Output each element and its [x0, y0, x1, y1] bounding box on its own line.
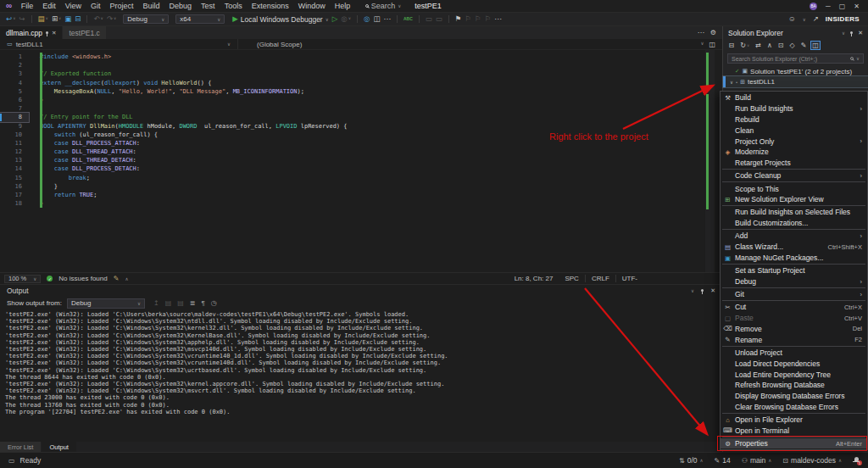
menu-test[interactable]: Test	[197, 2, 220, 10]
nav-forward-icon[interactable]: ↪	[19, 15, 25, 23]
context-menu-item-add[interactable]: Add›	[721, 231, 867, 242]
edit-filter-icon[interactable]: ✎	[799, 42, 808, 49]
start-without-debugging-icon[interactable]: ▷	[332, 15, 338, 23]
save-all-icon[interactable]: ⊟	[75, 15, 81, 23]
health-check-icon[interactable]: ✓	[47, 276, 53, 281]
branch-indicator[interactable]: ⚇ main ∧	[742, 456, 772, 465]
project-node-testdll1[interactable]: ∨ • ⊞ testDLL1	[723, 76, 868, 87]
goto-message-icon[interactable]: ▤	[165, 299, 172, 307]
code-line[interactable]: 15 break;	[0, 174, 722, 182]
menu-debug[interactable]: Debug	[164, 2, 197, 10]
breadcrumb-project-dropdown[interactable]: ▭ testDLL1 ∨	[0, 39, 237, 49]
sync-with-active-document-icon[interactable]: ⇄	[754, 42, 763, 49]
context-menu-item-build[interactable]: ⚒Build	[721, 92, 867, 103]
code-line[interactable]: 8// Entry point for the DLL	[0, 113, 722, 121]
chevron-down-icon[interactable]: ∨	[691, 288, 694, 293]
menu-project[interactable]: Project	[105, 2, 138, 10]
switch-views-icon[interactable]: ⊟	[727, 42, 736, 49]
panel-tab-error-list[interactable]: Error List	[0, 442, 41, 452]
context-menu-item-remove[interactable]: ⌫RemoveDel	[721, 324, 867, 335]
configuration-dropdown[interactable]: Debug ∨	[123, 14, 169, 24]
repo-indicator[interactable]: ⊡ maldev-codes ∧	[782, 456, 842, 465]
caret-position[interactable]: Ln: 8, Ch: 27	[509, 275, 559, 282]
context-menu-item-class-wizard[interactable]: ▤Class Wizard...Ctrl+Shift+X	[721, 242, 867, 253]
context-menu-item-open-in-file-explorer[interactable]: ⌂Open in File Explorer	[721, 415, 867, 426]
code-cleanup-icon[interactable]: ✎	[114, 275, 120, 282]
pin-icon[interactable]	[850, 31, 853, 34]
encoding-utf-[interactable]: UTF-	[615, 275, 643, 282]
output-log[interactable]: 'testPE2.exe' (Win32): Loaded 'C:\Users\…	[0, 310, 722, 442]
context-menu-item-project-only[interactable]: Project Only›	[721, 136, 867, 147]
code-line[interactable]: 2	[0, 61, 722, 70]
code-line[interactable]: 4extern __declspec(dllexport) void Hello…	[0, 79, 722, 87]
spell-check-icon[interactable]: ABC	[403, 17, 413, 21]
context-menu-item-manage-nuget-packages[interactable]: ▣Manage NuGet Packages...	[721, 253, 867, 264]
context-menu-item-run-build-insights[interactable]: Run Build Insights›	[721, 103, 867, 114]
save-icon[interactable]: ▣	[64, 15, 71, 23]
comment-icon[interactable]: ▭	[426, 15, 432, 23]
code-line[interactable]: 17 return TRUE;	[0, 191, 722, 199]
show-all-files-icon[interactable]: ⊡	[776, 42, 785, 49]
chevron-down-icon[interactable]: ∨	[842, 31, 845, 36]
context-menu-item-code-cleanup[interactable]: Code Cleanup›	[721, 170, 867, 181]
code-line[interactable]: 9BOOL APIENTRY DllMain(HMODULE hModule, …	[0, 122, 722, 131]
menu-tools[interactable]: Tools	[220, 2, 247, 10]
context-menu-item-modernize[interactable]: ◈Modernize	[721, 147, 867, 158]
bookmark-next-icon[interactable]: ⚐	[475, 15, 481, 23]
share-icon[interactable]: ↗	[813, 15, 819, 23]
panel-tab-output[interactable]: Output	[42, 442, 76, 452]
menu-view[interactable]: View	[60, 2, 86, 10]
context-menu-item-debug[interactable]: Debug›	[721, 276, 867, 287]
context-menu-item-rebuild[interactable]: Rebuild	[721, 114, 867, 125]
bookmark-icon[interactable]: ⚑	[455, 15, 462, 23]
pending-changes-filter-icon[interactable]: ↻∨	[739, 42, 751, 49]
code-line[interactable]: 1#include <windows.h>	[0, 53, 722, 61]
code-line[interactable]: 13 case DLL_THREAD_DETACH:	[0, 156, 722, 164]
pending-changes-indicator[interactable]: ✎ 14	[715, 456, 731, 465]
line-changes-indicator[interactable]: ⇅ 0/0 ∧	[679, 456, 704, 465]
context-menu-item-clear-browsing-database-errors[interactable]: Clear Browsing Database Errors	[721, 402, 867, 413]
pin-tab-icon[interactable]	[46, 31, 48, 34]
avatar[interactable]: BA	[810, 3, 817, 10]
search-box[interactable]: Search ∨	[365, 2, 402, 10]
attach-icon[interactable]: ◎∨	[341, 15, 351, 23]
encoding-spc[interactable]: SPC	[559, 275, 584, 282]
zoom-dropdown[interactable]: 100 % ∨	[4, 275, 41, 283]
context-menu-item-clean[interactable]: Clean	[721, 125, 867, 136]
context-menu-item-display-browsing-database-errors[interactable]: Display Browsing Database Errors	[721, 391, 867, 402]
uncomment-icon[interactable]: ▭	[436, 15, 442, 23]
context-menu-item-new-solution-explorer-view[interactable]: ⊞New Solution Explorer View	[721, 194, 867, 205]
code-line[interactable]: 5 MessageBoxA(NULL, "Hello, World!", "DL…	[0, 87, 722, 96]
context-menu-item-unload-project[interactable]: Unload Project	[721, 348, 867, 359]
code-line[interactable]: 3// Exported function	[0, 70, 722, 78]
more-tabs-icon[interactable]: ⋯	[698, 29, 704, 36]
context-menu-item-set-as-startup-project[interactable]: Set as Startup Project	[721, 265, 867, 276]
more-commands-icon[interactable]: ⋯	[383, 15, 391, 23]
menu-git[interactable]: Git	[86, 2, 106, 10]
code-line[interactable]: 6}	[0, 96, 722, 104]
menu-file[interactable]: File	[16, 2, 38, 10]
redo-icon[interactable]: ↷∨	[107, 15, 116, 23]
code-line[interactable]: 18}	[0, 199, 722, 208]
context-menu-item-run-build-insights-on-selected-files[interactable]: Run Build Insights on Selected Files	[721, 207, 867, 218]
context-menu-item-refresh-browsing-database[interactable]: Refresh Browsing Database	[721, 380, 867, 391]
menu-help[interactable]: Help	[330, 2, 355, 10]
editor-tab[interactable]: dllmain.cpp✕	[0, 26, 62, 39]
menu-window[interactable]: Window	[293, 2, 330, 10]
next-message-icon[interactable]: ▤	[177, 299, 184, 307]
context-menu-item-load-direct-dependencies[interactable]: Load Direct Dependencies	[721, 358, 867, 369]
preview-selected-items-icon[interactable]: ◫	[811, 42, 821, 49]
close-icon[interactable]: ✕	[710, 287, 715, 294]
undo-icon[interactable]: ↶∨	[93, 15, 103, 23]
notifications-bell-icon[interactable]: 1	[853, 457, 860, 464]
context-menu-item-scope-to-this[interactable]: Scope to This	[721, 183, 867, 194]
window-layout-icon[interactable]: ◫	[373, 15, 380, 23]
find-in-files-icon[interactable]: ◎	[364, 15, 370, 23]
nav-back-icon[interactable]: ↩∨	[6, 15, 15, 23]
solution-node[interactable]: ✓ ▣ Solution 'testPE1' (2 of 2 projects)	[723, 66, 868, 76]
code-line[interactable]: 12 case DLL_THREAD_ATTACH:	[0, 148, 722, 156]
feedback-icon[interactable]: ☺	[788, 15, 796, 23]
code-line[interactable]: 16 }	[0, 182, 722, 191]
menu-edit[interactable]: Edit	[38, 2, 61, 10]
code-line[interactable]: 14 case DLL_PROCESS_DETACH:	[0, 164, 722, 173]
